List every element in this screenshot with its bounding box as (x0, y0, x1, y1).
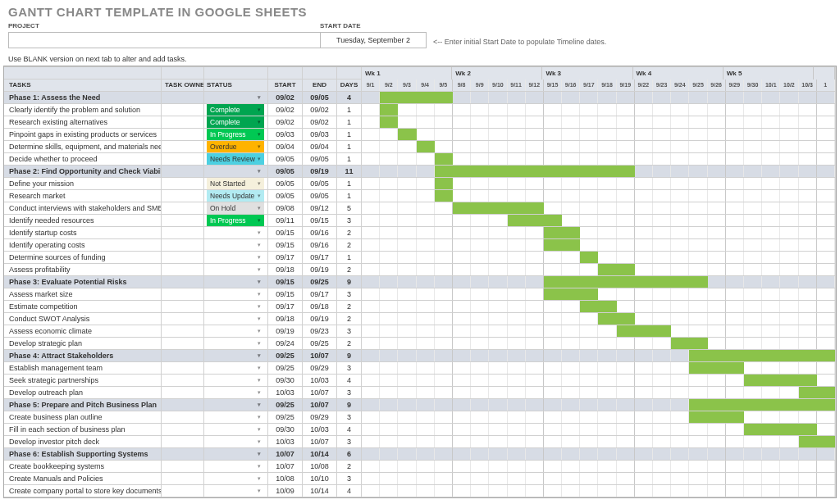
task-owner[interactable] (162, 92, 204, 103)
status-pill[interactable]: ▾ (207, 239, 264, 251)
status-pill[interactable]: Needs Review▾ (207, 153, 264, 165)
start-date[interactable]: 09/17 (268, 252, 303, 263)
start-date[interactable]: 09/11 (268, 215, 303, 226)
chevron-down-icon[interactable]: ▾ (258, 94, 261, 101)
status-cell[interactable]: ▾ (204, 92, 268, 103)
chevron-down-icon[interactable]: ▾ (258, 475, 261, 482)
status-cell[interactable]: Needs Review▾ (204, 153, 268, 165)
start-date[interactable]: 09/04 (268, 141, 303, 152)
task-name[interactable]: Assess profitability (4, 264, 162, 275)
status-pill[interactable]: ▾ (207, 301, 264, 312)
task-name[interactable]: Develop outreach plan (4, 387, 162, 398)
task-owner[interactable] (162, 227, 204, 238)
project-input[interactable] (8, 32, 320, 48)
chevron-down-icon[interactable]: ▾ (258, 451, 261, 457)
status-cell[interactable]: ▾ (204, 313, 268, 325)
status-pill[interactable]: ▾ (207, 473, 264, 484)
status-cell[interactable]: ▾ (204, 338, 268, 349)
start-date[interactable]: 09/19 (268, 325, 303, 337)
status-pill[interactable]: ▾ (207, 375, 264, 386)
end-date[interactable]: 09/16 (303, 227, 337, 238)
end-date[interactable]: 09/29 (303, 411, 337, 423)
chevron-down-icon[interactable]: ▾ (258, 389, 261, 396)
end-date[interactable]: 09/05 (303, 153, 337, 165)
task-row[interactable]: Estimate competition▾09/1709/182 (4, 301, 836, 313)
status-cell[interactable]: ▾ (204, 485, 268, 497)
task-owner[interactable] (162, 424, 204, 435)
status-pill[interactable]: Complete▾ (207, 116, 264, 128)
status-pill[interactable]: On Hold▾ (207, 202, 264, 214)
task-name[interactable]: Create business plan outline (4, 411, 162, 423)
status-pill[interactable]: ▾ (207, 325, 264, 337)
task-name[interactable]: Develop strategic plan (4, 338, 162, 349)
task-owner[interactable] (162, 215, 204, 226)
task-row[interactable]: Identify needed resourcesIn Progress▾09/… (4, 215, 836, 227)
task-row[interactable]: Fill in each section of business plan▾09… (4, 424, 836, 436)
task-name[interactable]: Determine skills, equipment, and materia… (4, 141, 162, 152)
task-owner[interactable] (162, 325, 204, 337)
status-pill[interactable]: ▾ (207, 313, 264, 325)
task-name[interactable]: Create Manuals and Policies (4, 473, 162, 484)
task-row[interactable]: Develop investor pitch deck▾10/0310/073 (4, 436, 836, 448)
status-cell[interactable]: ▾ (204, 301, 268, 312)
task-row[interactable]: Create Manuals and Policies▾10/0810/103 (4, 473, 836, 485)
status-cell[interactable]: Overdue▾ (204, 141, 268, 152)
start-date[interactable]: 09/02 (268, 92, 303, 103)
status-pill[interactable]: ▾ (207, 362, 264, 374)
end-date[interactable]: 09/15 (303, 215, 337, 226)
task-row[interactable]: Establish management team▾09/2509/293 (4, 362, 836, 375)
status-pill[interactable]: Overdue▾ (207, 141, 264, 152)
task-name[interactable]: Determine sources of funding (4, 252, 162, 263)
status-cell[interactable]: In Progress▾ (204, 215, 268, 226)
start-date[interactable]: 09/25 (268, 350, 303, 361)
status-pill[interactable]: ▾ (207, 276, 264, 288)
task-owner[interactable] (162, 313, 204, 325)
chevron-down-icon[interactable]: ▾ (258, 352, 261, 359)
task-row[interactable]: Create bookkeeping systems▾10/0710/082 (4, 461, 836, 473)
task-owner[interactable] (162, 116, 204, 128)
chevron-down-icon[interactable]: ▾ (258, 279, 261, 285)
chevron-down-icon[interactable]: ▾ (258, 414, 261, 420)
status-cell[interactable]: ▾ (204, 288, 268, 300)
task-name[interactable]: Estimate competition (4, 301, 162, 312)
chevron-down-icon[interactable]: ▾ (258, 377, 261, 384)
start-date[interactable]: 09/30 (268, 424, 303, 435)
status-cell[interactable]: ▾ (204, 399, 268, 411)
status-cell[interactable]: ▾ (204, 227, 268, 238)
status-cell[interactable]: Complete▾ (204, 104, 268, 116)
chevron-down-icon[interactable]: ▾ (258, 193, 261, 199)
task-name[interactable]: Phase 2: Find Opportunity and Check Viab… (4, 166, 162, 177)
task-owner[interactable] (162, 338, 204, 349)
task-owner[interactable] (162, 485, 204, 497)
phase-row[interactable]: Phase 4: Attract Stakeholders▾09/2510/07… (4, 350, 836, 362)
status-cell[interactable]: Complete▾ (204, 116, 268, 128)
task-row[interactable]: Assess economic climate▾09/1909/233 (4, 325, 836, 338)
phase-row[interactable]: Phase 2: Find Opportunity and Check Viab… (4, 166, 836, 178)
end-date[interactable]: 09/25 (303, 276, 337, 288)
end-date[interactable]: 09/05 (303, 178, 337, 189)
status-pill[interactable]: Not Started▾ (207, 178, 264, 189)
start-date[interactable]: 09/05 (268, 166, 303, 177)
task-name[interactable]: Research market (4, 190, 162, 202)
chevron-down-icon[interactable]: ▾ (258, 402, 261, 408)
start-date[interactable]: 09/15 (268, 239, 303, 251)
task-owner[interactable] (162, 239, 204, 251)
chevron-down-icon[interactable]: ▾ (258, 488, 261, 494)
status-cell[interactable]: ▾ (204, 264, 268, 275)
end-date[interactable]: 09/16 (303, 239, 337, 251)
task-owner[interactable] (162, 387, 204, 398)
end-date[interactable]: 09/19 (303, 264, 337, 275)
task-owner[interactable] (162, 252, 204, 263)
task-owner[interactable] (162, 153, 204, 165)
end-date[interactable]: 10/03 (303, 375, 337, 386)
chevron-down-icon[interactable]: ▾ (258, 217, 261, 224)
task-row[interactable]: Develop strategic plan▾09/2409/252 (4, 338, 836, 350)
start-date[interactable]: 09/05 (268, 190, 303, 202)
end-date[interactable]: 09/02 (303, 104, 337, 116)
end-date[interactable]: 10/14 (303, 448, 337, 460)
end-date[interactable]: 09/17 (303, 288, 337, 300)
task-row[interactable]: Seek strategic partnerships▾09/3010/034 (4, 375, 836, 387)
status-cell[interactable]: ▾ (204, 448, 268, 460)
task-name[interactable]: Phase 3: Evaluate Potential Risks (4, 276, 162, 288)
chevron-down-icon[interactable]: ▾ (258, 291, 261, 297)
